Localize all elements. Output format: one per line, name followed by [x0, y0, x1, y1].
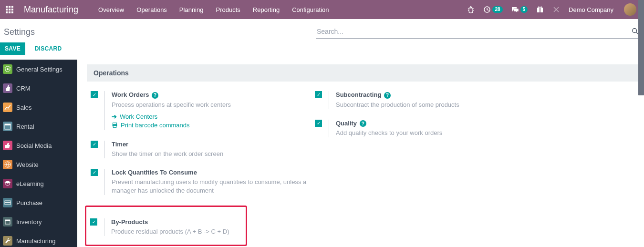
page-title: Settings	[4, 27, 35, 37]
app-brand[interactable]: Manufacturing	[24, 5, 78, 15]
box-icon	[3, 217, 12, 226]
save-button[interactable]: SAVE	[0, 42, 25, 55]
setting-row: ✓Quality ?Add quality checks to your wor…	[311, 120, 535, 148]
arrow-right-icon: ➔	[112, 113, 117, 120]
company-name: Demo Company	[569, 6, 613, 13]
help-icon[interactable]: ?	[152, 92, 158, 99]
sidebar-item-crm[interactable]: CRM	[0, 79, 77, 98]
settings-left-column: ✓Work Orders ?Process operations at spec…	[87, 91, 311, 246]
setting-description: Add quality checks to your work orders	[336, 129, 535, 137]
content-area: Operations ✓Work Orders ?Process operati…	[77, 60, 644, 247]
sidebar-item-manufacturing[interactable]: Manufacturing	[0, 231, 77, 247]
divider	[104, 218, 104, 236]
setting-description: Prevent manufacturing users to modify qu…	[112, 178, 311, 195]
gift-icon[interactable]	[532, 0, 548, 19]
page-header: Settings	[0, 19, 644, 42]
setting-title: By-Products	[111, 218, 246, 226]
sidebar-item-label: Website	[16, 161, 39, 168]
close-icon[interactable]	[549, 0, 564, 19]
setting-body: By-ProductsProduce residual products (A …	[111, 218, 246, 236]
help-icon[interactable]: ?	[384, 92, 391, 99]
svg-rect-8	[5, 124, 10, 125]
activities-badge: 28	[492, 6, 502, 13]
nav-products[interactable]: Products	[210, 0, 246, 19]
nav-operations[interactable]: Operations	[131, 0, 173, 19]
main-nav: Overview Operations Planning Products Re…	[93, 0, 334, 19]
company-switcher[interactable]: Demo Company	[565, 0, 617, 19]
setting-checkbox[interactable]: ✓	[90, 218, 97, 226]
setting-checkbox[interactable]: ✓	[315, 91, 322, 98]
divider	[329, 91, 329, 109]
messages-icon[interactable]: 5	[508, 0, 532, 19]
sidebar-item-label: CRM	[16, 85, 31, 92]
sidebar-item-social-media[interactable]: Social Media	[0, 136, 77, 155]
discard-button[interactable]: DISCARD	[30, 42, 67, 55]
grad-icon	[3, 179, 12, 188]
sidebar-item-label: Rental	[16, 123, 34, 130]
sidebar-item-general-settings[interactable]: General Settings	[0, 60, 77, 79]
user-avatar[interactable]	[618, 0, 640, 19]
settings-sidebar: General SettingsCRMSalesRentalSocial Med…	[0, 60, 77, 247]
gear-icon	[3, 64, 12, 74]
link-text: Print barcode commands	[121, 122, 190, 129]
setting-row: ✓Subcontracting ?Subcontract the product…	[311, 91, 535, 120]
avatar-image	[624, 3, 636, 16]
section-header: Operations	[87, 64, 644, 82]
checkbox-wrap: ✓	[87, 169, 104, 195]
setting-checkbox[interactable]: ✓	[91, 169, 98, 176]
print-icon	[112, 122, 118, 128]
messages-badge: 5	[520, 6, 528, 13]
setting-row: ✓Lock Quantities To ConsumePrevent manuf…	[87, 169, 311, 206]
sidebar-item-inventory[interactable]: Inventory	[0, 212, 77, 231]
setting-title: Work Orders ?	[112, 91, 311, 99]
apps-menu-icon[interactable]	[2, 0, 17, 19]
divider	[104, 91, 105, 130]
setting-link[interactable]: ➔Work Centers	[112, 113, 311, 120]
setting-row: ✓By-ProductsProduce residual products (A…	[86, 218, 246, 236]
debug-icon[interactable]	[463, 0, 478, 19]
checkbox-wrap: ✓	[311, 91, 329, 109]
svg-point-5	[7, 68, 9, 70]
wrench-icon	[3, 236, 12, 246]
svg-rect-14	[113, 123, 116, 124]
sidebar-scrollbar[interactable]	[638, 0, 644, 191]
settings-right-column: ✓Subcontracting ?Subcontract the product…	[311, 91, 535, 246]
cal-icon	[3, 122, 12, 131]
svg-rect-3	[540, 8, 540, 12]
link-text: Work Centers	[120, 113, 157, 120]
hand-icon	[3, 83, 12, 93]
sidebar-item-purchase[interactable]: Purchase	[0, 193, 77, 212]
setting-checkbox[interactable]: ✓	[91, 91, 98, 98]
sidebar-item-elearning[interactable]: eLearning	[0, 174, 77, 193]
sidebar-item-sales[interactable]: Sales	[0, 98, 77, 117]
setting-link[interactable]: Print barcode commands	[112, 122, 311, 129]
sidebar-item-label: Manufacturing	[16, 237, 55, 245]
nav-reporting[interactable]: Reporting	[247, 0, 285, 19]
divider	[104, 141, 105, 158]
card-icon	[3, 198, 12, 207]
sidebar-item-website[interactable]: Website	[0, 155, 77, 174]
svg-rect-11	[5, 202, 10, 203]
setting-description: Subcontract the production of some produ…	[336, 101, 535, 109]
help-icon[interactable]: ?	[360, 120, 366, 127]
svg-point-4	[633, 28, 637, 32]
svg-rect-6	[5, 110, 10, 110]
checkbox-wrap: ✓	[87, 91, 104, 130]
setting-checkbox[interactable]: ✓	[91, 141, 98, 148]
activities-icon[interactable]: 28	[479, 0, 506, 19]
highlighted-setting: ✓By-ProductsProduce residual products (A…	[85, 206, 247, 246]
setting-description: Process operations at specific work cent…	[112, 101, 311, 109]
nav-configuration[interactable]: Configuration	[286, 0, 334, 19]
nav-planning[interactable]: Planning	[174, 0, 209, 19]
search-box[interactable]	[316, 26, 640, 39]
nav-overview[interactable]: Overview	[93, 0, 130, 19]
setting-checkbox[interactable]: ✓	[315, 120, 322, 127]
search-input[interactable]	[316, 26, 630, 37]
setting-description: Produce residual products (A + B -> C + …	[111, 227, 246, 236]
thumb-icon	[3, 141, 12, 150]
divider	[104, 169, 105, 195]
setting-title: Lock Quantities To Consume	[112, 169, 311, 176]
setting-title: Quality ?	[336, 120, 535, 127]
sidebar-item-rental[interactable]: Rental	[0, 117, 77, 136]
sidebar-item-label: Sales	[16, 104, 32, 111]
